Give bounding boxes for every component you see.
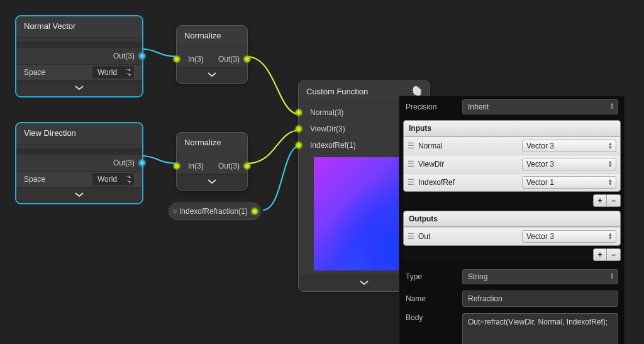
port-in-dot[interactable] <box>296 126 302 132</box>
port-in-label: ViewDir(3) <box>310 125 345 133</box>
collapse-toggle[interactable] <box>16 187 142 203</box>
node-title-text: View Direction <box>24 128 76 138</box>
chevron-down-icon <box>360 280 369 286</box>
port-in-dot[interactable] <box>174 56 180 62</box>
collapse-toggle[interactable] <box>177 67 247 83</box>
property-label: Space <box>24 68 45 77</box>
port-out-dot[interactable] <box>244 163 250 169</box>
gear-icon[interactable] <box>412 86 422 96</box>
drag-handle-icon[interactable]: ☰ <box>408 232 413 241</box>
chevron-down-icon <box>75 85 84 91</box>
chevron-down-icon <box>208 179 216 185</box>
chip-label: IndexofRefraction(1) <box>179 207 248 216</box>
node-title-text: Custom Function <box>306 87 368 96</box>
property-label: Space <box>24 175 45 184</box>
inputs-section: Inputs ☰NormalVector 3▴▾☰ViewDirVector 3… <box>403 120 621 192</box>
svg-point-1 <box>416 90 419 93</box>
outputs-section: Outputs ☰OutVector 3▴▾ <box>403 211 621 246</box>
port-in-dot[interactable] <box>296 109 302 116</box>
port-in-dot[interactable] <box>172 208 178 214</box>
node-view-direction[interactable]: View Direction Out(3) Space World▴▾ <box>16 123 143 204</box>
input-name: IndexofRef <box>417 178 518 187</box>
input-row[interactable]: ☰ViewDirVector 3▴▾ <box>404 155 620 173</box>
port-out-dot[interactable] <box>244 56 250 62</box>
port-in-label: In(3) <box>188 55 204 64</box>
port-out-dot[interactable] <box>139 53 145 59</box>
collapse-toggle[interactable] <box>177 174 247 190</box>
input-name: Normal <box>417 141 518 150</box>
drag-handle-icon[interactable]: ☰ <box>408 160 413 169</box>
collapse-toggle[interactable] <box>16 80 142 96</box>
name-label: Name <box>406 294 456 303</box>
precision-dropdown[interactable]: Inherit▴▾ <box>462 99 618 114</box>
node-title[interactable]: Normalize <box>177 26 247 47</box>
space-dropdown[interactable]: World▴▾ <box>92 65 135 79</box>
space-dropdown[interactable]: World▴▾ <box>92 172 135 186</box>
input-type-dropdown[interactable]: Vector 3▴▾ <box>522 140 616 152</box>
inspector-panel: Precision Inherit▴▾ Inputs ☰NormalVector… <box>399 96 625 344</box>
node-title-text: Normal Vector <box>24 21 75 31</box>
output-row[interactable]: ☰OutVector 3▴▾ <box>404 227 620 245</box>
port-out-label: Out(3) <box>218 162 240 170</box>
port-out-label: Out(3) <box>218 55 240 64</box>
property-chip-index-of-refraction[interactable]: IndexofRefraction(1) <box>169 203 261 220</box>
output-type-dropdown[interactable]: Vector 3▴▾ <box>522 230 616 243</box>
input-row[interactable]: ☰IndexofRefVector 1▴▾ <box>404 173 620 191</box>
type-label: Type <box>406 272 456 281</box>
input-type-dropdown[interactable]: Vector 3▴▾ <box>522 158 616 170</box>
node-title[interactable]: View Direction <box>16 123 142 145</box>
node-normalize-2[interactable]: Normalize In(3) Out(3) <box>176 132 248 191</box>
name-input[interactable]: Refraction <box>462 291 618 307</box>
chevron-down-icon <box>75 192 84 198</box>
node-title[interactable]: Normal Vector <box>16 16 142 38</box>
port-out-label: Out(3) <box>113 52 135 60</box>
precision-label: Precision <box>406 103 456 111</box>
remove-output-button[interactable]: – <box>607 248 621 261</box>
inputs-header: Inputs <box>404 121 620 136</box>
port-out-label: Out(3) <box>113 158 135 167</box>
node-title-text: Normalize <box>184 31 221 40</box>
type-dropdown[interactable]: String▴▾ <box>462 269 618 284</box>
port-in-dot[interactable] <box>174 163 180 169</box>
port-in-label: IndexofRef(1) <box>310 141 356 150</box>
output-name: Out <box>417 232 518 241</box>
remove-input-button[interactable]: – <box>607 194 621 207</box>
node-normalize-1[interactable]: Normalize In(3) Out(3) <box>176 25 248 84</box>
body-label: Body <box>406 313 456 322</box>
node-title[interactable]: Normalize <box>177 133 247 154</box>
port-in-label: In(3) <box>188 162 204 170</box>
chevron-down-icon <box>208 72 216 78</box>
body-textarea[interactable]: Out=refract(ViewDir, Normal, IndexofRef)… <box>462 313 618 344</box>
port-in-label: Normal(3) <box>310 108 343 117</box>
input-type-dropdown[interactable]: Vector 1▴▾ <box>522 176 616 189</box>
port-in-dot[interactable] <box>296 142 302 148</box>
add-output-button[interactable]: + <box>593 248 607 261</box>
node-normal-vector[interactable]: Normal Vector Out(3) Space World▴▾ <box>16 16 143 97</box>
drag-handle-icon[interactable]: ☰ <box>408 178 413 187</box>
drag-handle-icon[interactable]: ☰ <box>408 141 413 150</box>
input-row[interactable]: ☰NormalVector 3▴▾ <box>404 136 620 155</box>
port-out-dot[interactable] <box>139 160 145 166</box>
input-name: ViewDir <box>417 160 518 169</box>
node-title-text: Normalize <box>184 138 221 147</box>
add-input-button[interactable]: + <box>593 194 607 207</box>
port-out-dot[interactable] <box>252 208 258 214</box>
outputs-header: Outputs <box>404 211 620 227</box>
